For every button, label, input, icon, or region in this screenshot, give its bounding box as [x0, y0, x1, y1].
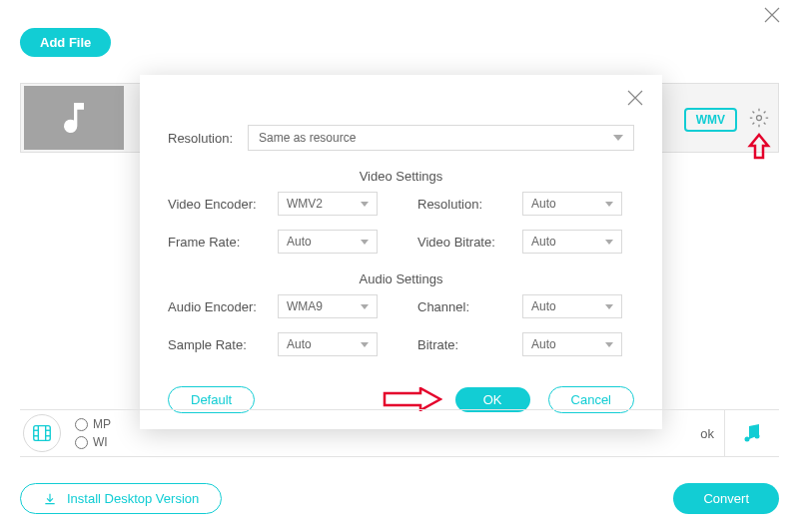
channel-select[interactable]: Auto — [522, 294, 622, 318]
video-encoder-value: WMV2 — [287, 197, 323, 211]
format-radio-2-label: WI — [93, 433, 108, 451]
close-icon[interactable] — [763, 6, 781, 29]
format-radio-2[interactable]: WI — [75, 433, 111, 451]
chevron-down-icon — [605, 342, 613, 347]
add-file-button[interactable]: Add File — [20, 28, 111, 57]
video-bitrate-select[interactable]: Auto — [522, 230, 622, 254]
footer: Install Desktop Version Convert — [20, 483, 779, 514]
frame-rate-select[interactable]: Auto — [278, 230, 378, 254]
chevron-down-icon — [361, 240, 369, 245]
file-thumbnail — [24, 86, 124, 150]
music-note-icon — [54, 98, 94, 138]
chevron-down-icon — [361, 202, 369, 207]
resolution-main-value: Same as resource — [259, 131, 356, 145]
format-radio-1-label: MP — [93, 415, 111, 433]
chevron-down-icon — [605, 240, 613, 245]
video-settings-heading: Video Settings — [168, 169, 634, 184]
video-output-icon[interactable] — [23, 414, 61, 452]
frame-rate-value: Auto — [287, 235, 312, 249]
video-resolution-label: Resolution: — [417, 197, 522, 212]
format-radio-1[interactable]: MP — [75, 415, 111, 433]
svg-point-0 — [757, 116, 762, 121]
download-icon — [43, 492, 57, 506]
sample-rate-select[interactable]: Auto — [278, 332, 378, 356]
resolution-main-label: Resolution: — [168, 131, 248, 146]
video-encoder-select[interactable]: WMV2 — [278, 192, 378, 216]
audio-output-icon[interactable] — [724, 410, 779, 456]
modal-close-icon[interactable] — [626, 89, 644, 112]
frame-rate-label: Frame Rate: — [168, 235, 278, 250]
svg-point-8 — [745, 437, 750, 442]
sample-rate-label: Sample Rate: — [168, 337, 278, 352]
chevron-down-icon — [605, 202, 613, 207]
chevron-down-icon — [361, 342, 369, 347]
chevron-down-icon — [613, 135, 623, 141]
install-desktop-label: Install Desktop Version — [67, 491, 199, 506]
audio-encoder-value: WMA9 — [287, 299, 323, 313]
install-desktop-button[interactable]: Install Desktop Version — [20, 483, 222, 514]
audio-encoder-label: Audio Encoder: — [168, 299, 278, 314]
chevron-down-icon — [605, 304, 613, 309]
bottom-ok-text: ok — [700, 426, 724, 441]
audio-settings-heading: Audio Settings — [168, 271, 634, 286]
format-badge[interactable]: WMV — [684, 108, 737, 132]
chevron-down-icon — [361, 304, 369, 309]
audio-bitrate-label: Bitrate: — [417, 337, 522, 352]
audio-encoder-select[interactable]: WMA9 — [278, 294, 378, 318]
audio-bitrate-select[interactable]: Auto — [522, 332, 622, 356]
audio-bitrate-value: Auto — [531, 337, 556, 351]
annotation-arrow-gear — [745, 132, 773, 164]
channel-value: Auto — [531, 299, 556, 313]
settings-modal: Resolution: Same as resource Video Setti… — [140, 75, 662, 429]
sample-rate-value: Auto — [287, 337, 312, 351]
svg-rect-1 — [34, 426, 51, 441]
resolution-main-select[interactable]: Same as resource — [248, 125, 634, 151]
svg-point-9 — [755, 434, 760, 439]
convert-button[interactable]: Convert — [673, 483, 779, 514]
bottom-bar: MP WI ok — [20, 409, 779, 457]
video-bitrate-value: Auto — [531, 235, 556, 249]
video-resolution-select[interactable]: Auto — [522, 192, 622, 216]
gear-icon[interactable] — [749, 108, 769, 128]
video-resolution-value: Auto — [531, 197, 556, 211]
format-radio-group: MP WI — [75, 415, 111, 451]
channel-label: Channel: — [417, 299, 522, 314]
video-bitrate-label: Video Bitrate: — [417, 235, 522, 250]
video-encoder-label: Video Encoder: — [168, 197, 278, 212]
